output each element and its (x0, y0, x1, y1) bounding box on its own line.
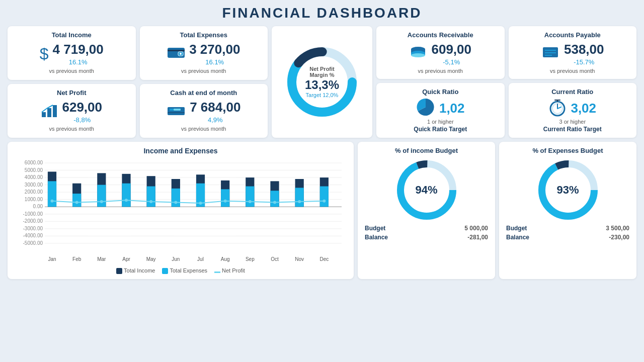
kpi-net-profit-change: -8,8% (62, 116, 102, 124)
kpi-accounts-receivable: Accounts Receivable 609,00 -5,1% vs p (376, 26, 505, 79)
kpi-cash-end-title: Cash at end of month (170, 89, 237, 97)
kpi-accounts-payable-change: -15.7% (564, 58, 604, 66)
kpi-net-profit: Net Profit 629,00 -8,8% vs previous mont… (8, 84, 136, 138)
income-budget-row: Budget 5 000,00 (365, 225, 488, 232)
income-expenses-chart-panel: Income and Expenses Total Income Total E… (8, 142, 354, 279)
kpi-quick-ratio: Quick Ratio 1,02 1 or higher Quick Ratio… (376, 83, 505, 138)
svg-point-18 (411, 53, 425, 57)
legend-expenses: Total Expenses (162, 267, 207, 274)
svg-rect-4 (42, 112, 46, 117)
kpi-cash-end-sub: vs previous month (181, 126, 226, 132)
timer-icon (548, 98, 567, 119)
kpi-total-expenses-title: Total Expenses (180, 31, 227, 39)
left-kpi-grid: Total Income $ 4 719,00 16.1% vs previou… (8, 26, 268, 138)
kpi-total-expenses-sub: vs previous month (181, 68, 226, 74)
svg-rect-8 (170, 109, 174, 111)
svg-line-27 (557, 107, 561, 109)
kpi-quick-ratio-title: Quick Ratio (422, 88, 458, 96)
income-budget-title: % of income Budget (395, 147, 458, 154)
kpi-net-profit-sub: vs previous month (49, 126, 94, 132)
page-title: FINANCIAL DASHBOARD (8, 5, 636, 21)
kpi-accounts-receivable-value: 609,00 (431, 42, 471, 57)
kpi-total-expenses-value: 3 270,00 (189, 42, 240, 57)
kpi-current-ratio-sub: 3 or higher (559, 119, 586, 125)
kpi-cash-end: Cash at end of month 7 684,00 4,9% vs pr… (140, 84, 268, 138)
chart-title: Income and Expenses (15, 147, 347, 155)
svg-rect-7 (168, 107, 185, 115)
net-profit-margin-donut: Net Profit Margin % 13,3% Target 12,0% (282, 42, 362, 122)
pie-chart-icon (416, 98, 435, 119)
kpi-cash-end-value: 7 684,00 (190, 100, 240, 115)
kpi-accounts-receivable-sub: vs previous month (418, 68, 463, 74)
kpi-current-ratio-title: Current Ratio (551, 88, 593, 96)
kpi-total-income: Total Income $ 4 719,00 16.1% vs previou… (8, 26, 136, 80)
kpi-total-expenses-change: 16.1% (189, 58, 240, 66)
svg-point-3 (180, 53, 182, 55)
chart-legend: Total Income Total Expenses Net Profit (15, 267, 347, 274)
coins-icon (409, 45, 427, 63)
kpi-total-income-value: 4 719,00 (53, 42, 104, 57)
kpi-total-expenses: Total Expenses 3 270,00 16.1% vs previou… (140, 26, 268, 80)
kpi-accounts-receivable-title: Accounts Receivable (408, 31, 473, 39)
expenses-budget-percent: 93% (556, 184, 579, 197)
kpi-cash-end-change: 4,9% (190, 116, 240, 124)
kpi-accounts-payable: Accounts Payable 538,00 -15.7% vs previo… (509, 26, 637, 79)
kpi-accounts-payable-title: Accounts Payable (544, 31, 601, 39)
wallet-icon (167, 45, 185, 63)
income-budget-panel: % of income Budget 94% Budget 5 000,00 B… (358, 142, 495, 279)
legend-net-profit: Net Profit (214, 267, 245, 274)
svg-rect-5 (47, 108, 51, 117)
kpi-accounts-payable-value: 538,00 (564, 42, 604, 57)
expenses-budget-title: % of Expenses Budget (532, 147, 603, 154)
bar-chart-icon (41, 102, 58, 122)
kpi-total-income-change: 16.1% (53, 58, 104, 66)
cash-icon (167, 103, 186, 121)
net-profit-margin-card: Net Profit Margin % 13,3% Target 12,0% (272, 26, 372, 138)
dollar-icon: $ (40, 45, 49, 63)
svg-rect-9 (174, 109, 181, 111)
kpi-accounts-receivable-change: -5,1% (431, 58, 471, 66)
svg-rect-6 (53, 105, 57, 117)
kpi-current-ratio-target: Current Ratio Target (543, 126, 602, 133)
expenses-budget-panel: % of Expenses Budget 93% Budget 3 500,00… (499, 142, 636, 279)
kpi-net-profit-value: 629,00 (62, 100, 102, 115)
kpi-current-ratio-value: 3,02 (571, 101, 596, 116)
legend-income: Total Income (116, 267, 155, 274)
expenses-budget-row: Budget 3 500,00 (506, 225, 629, 232)
income-budget-donut: 94% (394, 157, 459, 223)
net-profit-margin-label: Net Profit Margin % (302, 66, 342, 78)
kpi-total-income-title: Total Income (52, 31, 92, 39)
kpi-net-profit-title: Net Profit (57, 89, 87, 97)
income-budget-percent: 94% (415, 184, 437, 197)
kpi-quick-ratio-target: Quick Ratio Target (414, 126, 467, 133)
kpi-quick-ratio-value: 1,02 (439, 101, 465, 116)
kpi-total-income-sub: vs previous month (49, 68, 94, 74)
expenses-balance-row: Balance -230,00 (506, 234, 629, 241)
svg-rect-1 (168, 50, 185, 51)
kpi-accounts-payable-sub: vs previous month (550, 68, 595, 74)
kpi-quick-ratio-sub: 1 or higher (427, 119, 454, 125)
expenses-budget-donut: 93% (535, 157, 601, 223)
net-profit-margin-target: Target 12,0% (302, 92, 342, 98)
receipt-icon (541, 45, 560, 63)
right-kpi-grid: Accounts Receivable 609,00 -5,1% vs p (376, 26, 636, 138)
net-profit-margin-labels: Net Profit Margin % 13,3% Target 12,0% (302, 66, 342, 98)
bar-chart-canvas (15, 158, 347, 263)
income-balance-row: Balance -281,00 (365, 234, 488, 241)
kpi-current-ratio: Current Ratio 3,02 3 or higher Current R… (509, 83, 637, 138)
net-profit-margin-value: 13,3% (302, 78, 342, 92)
